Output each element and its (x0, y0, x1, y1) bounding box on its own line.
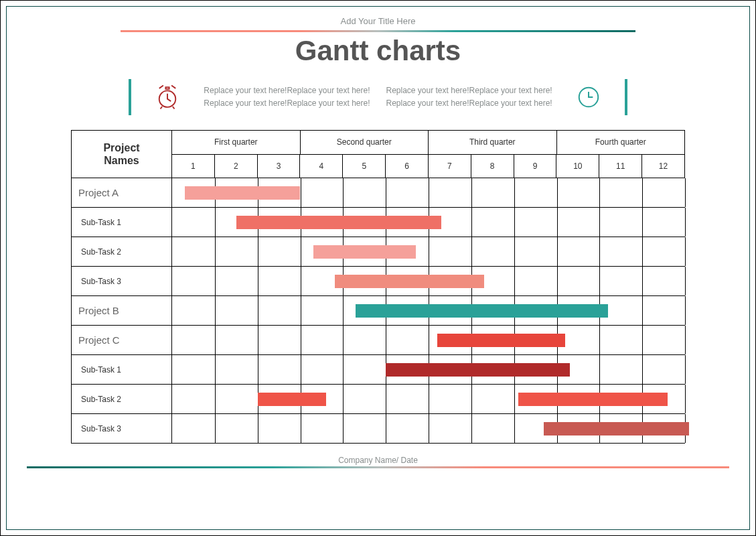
accent-bar-right (625, 79, 627, 115)
subtitle-block: Replace your text here!Replace your text… (7, 79, 749, 115)
month-header: 8 (471, 155, 514, 178)
quarter-header: Fourth quarter (557, 131, 686, 154)
gantt-row-header: ProjectNames (72, 131, 172, 178)
gantt-bar (258, 393, 326, 406)
subtitle-left-1: Replace your text here!Replace your text… (204, 84, 370, 97)
gantt-bar (335, 275, 484, 288)
title-divider (121, 30, 635, 32)
accent-bar-left (129, 79, 131, 115)
gantt-row-label: Project C (72, 326, 172, 354)
gantt-row-label: Sub-Task 1 (72, 208, 172, 237)
page-title: Gantt charts (7, 35, 749, 67)
month-header: 2 (215, 155, 258, 178)
gantt-bar (437, 334, 566, 347)
footer-divider (27, 466, 729, 468)
quarter-header: Third quarter (429, 131, 557, 154)
month-header: 6 (386, 155, 429, 178)
gantt-row-label: Project A (72, 178, 172, 207)
gantt-row: Project B (72, 295, 685, 325)
gantt-row: Sub-Task 2 (72, 384, 685, 413)
gantt-row-label: Sub-Task 3 (72, 267, 172, 295)
month-header: 4 (300, 155, 343, 178)
month-header: 5 (343, 155, 386, 178)
gantt-row-label: Sub-Task 2 (72, 385, 172, 413)
quarter-header: Second quarter (301, 131, 429, 154)
gantt-row: Project C (72, 325, 685, 354)
gantt-row: Sub-Task 2 (72, 237, 685, 266)
footer-label: Company Name/ Date (7, 456, 749, 465)
gantt-row: Sub-Task 1 (72, 354, 685, 384)
gantt-row-label: Project B (72, 296, 172, 325)
subtitle-left-2: Replace your text here!Replace your text… (204, 97, 370, 110)
gantt-row: Project A (72, 178, 685, 207)
gantt-bar (356, 304, 608, 318)
gantt-bar (313, 245, 416, 259)
gantt-bar (386, 363, 569, 377)
gantt-row-label: Sub-Task 2 (72, 237, 172, 266)
month-header: 12 (642, 155, 685, 178)
gantt-bar (185, 186, 300, 200)
month-header: 11 (599, 155, 642, 178)
alarm-clock-icon (151, 81, 183, 113)
month-header: 1 (172, 155, 215, 178)
month-header: 9 (514, 155, 557, 178)
month-header: 7 (429, 155, 471, 178)
gantt-row-label: Sub-Task 1 (72, 355, 172, 384)
title-small: Add Your Title Here (7, 16, 749, 26)
gantt-row: Sub-Task 1 (72, 207, 685, 237)
gantt-bar (236, 216, 441, 229)
clock-icon (573, 81, 605, 113)
gantt-bar (518, 393, 668, 406)
gantt-row: Sub-Task 3 (72, 413, 685, 443)
gantt-bar (544, 422, 689, 436)
gantt-chart: ProjectNames First quarterSecond quarter… (71, 130, 685, 444)
month-header: 3 (258, 155, 301, 178)
subtitle-right-1: Replace your text here!Replace your text… (386, 84, 552, 97)
gantt-row-label: Sub-Task 3 (72, 414, 172, 443)
subtitle-right-2: Replace your text here!Replace your text… (386, 97, 552, 110)
month-header: 10 (556, 155, 599, 178)
gantt-row: Sub-Task 3 (72, 266, 685, 295)
quarter-header: First quarter (172, 131, 301, 154)
